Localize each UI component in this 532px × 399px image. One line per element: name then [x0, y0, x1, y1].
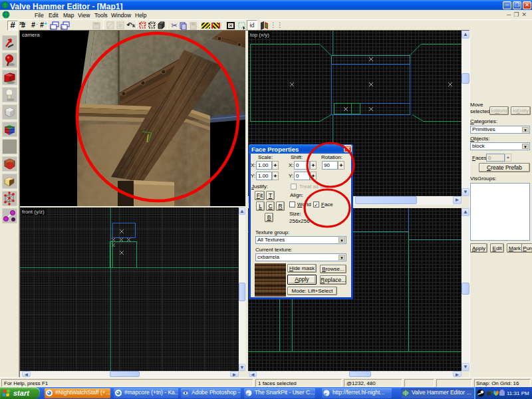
- svg-text:e: e: [247, 390, 249, 397]
- svg-text:e: e: [325, 390, 327, 397]
- svg-text:start: start: [13, 389, 30, 397]
